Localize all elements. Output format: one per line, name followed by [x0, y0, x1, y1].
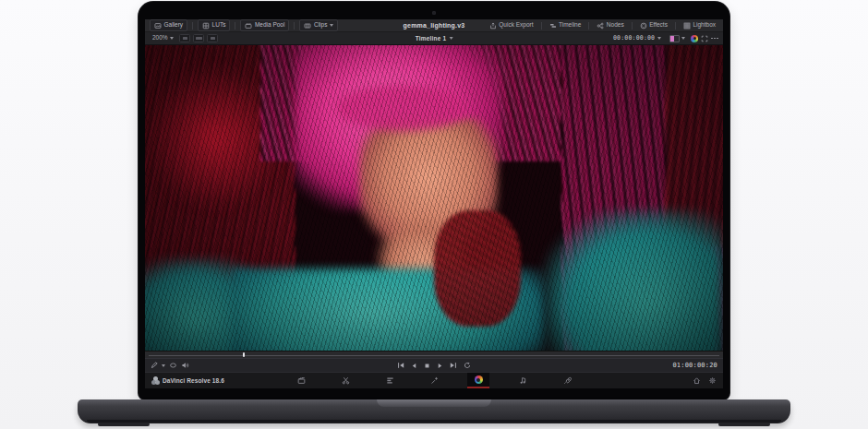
page-tab-fairlight[interactable] — [512, 373, 534, 388]
transport-controls — [397, 362, 471, 369]
step-back-button[interactable] — [411, 363, 417, 369]
fairlight-page-icon — [519, 376, 527, 385]
project-manager-button[interactable] — [693, 376, 701, 385]
color-page-icon — [475, 375, 483, 384]
viewer-split-toggle[interactable] — [179, 34, 190, 42]
base-bottom-edge — [87, 420, 781, 423]
stop-button[interactable] — [424, 363, 430, 369]
home-icon — [693, 376, 701, 385]
quick-export-button[interactable]: Quick Export — [487, 20, 536, 30]
playhead-timecode: 01:00:00:20 — [672, 362, 717, 369]
power-window-button[interactable] — [169, 362, 177, 369]
source-timecode-value: 00:00:00:00 — [613, 35, 655, 42]
play-icon — [437, 363, 443, 369]
chevron-down-icon — [449, 37, 452, 40]
page-tab-media[interactable] — [290, 373, 312, 388]
color-wheel-icon — [691, 35, 698, 42]
luts-label: LUTs — [212, 22, 226, 29]
nodes-button[interactable]: Nodes — [594, 20, 626, 30]
edit-page-icon — [386, 376, 394, 385]
effects-label: Effects — [649, 22, 668, 29]
color-boost-button[interactable] — [691, 35, 698, 42]
gallery-still-select[interactable] — [667, 33, 689, 43]
viewer-options-button[interactable] — [711, 38, 718, 40]
expand-viewer-button[interactable] — [701, 35, 708, 42]
chevron-down-icon — [162, 364, 165, 367]
chevron-down-icon — [170, 37, 174, 40]
luts-button[interactable]: LUTs — [198, 19, 230, 31]
divider — [192, 22, 193, 30]
webcam-dot — [432, 11, 436, 15]
chevron-down-icon — [681, 37, 685, 40]
stop-icon — [424, 363, 430, 369]
skip-end-icon — [450, 362, 457, 369]
project-settings-button[interactable] — [708, 376, 717, 385]
media-pool-icon — [245, 22, 252, 30]
timeline-panel-button[interactable]: Timeline — [547, 20, 585, 30]
photo-red-chain — [434, 210, 521, 327]
play-button[interactable] — [437, 363, 443, 369]
highlight-glyph — [211, 37, 215, 41]
laptop-base — [78, 399, 790, 423]
nodes-label: Nodes — [607, 22, 624, 29]
gallery-button[interactable]: Gallery — [150, 19, 187, 31]
gallery-label: Gallery — [164, 22, 184, 29]
clips-button[interactable]: Clips — [299, 19, 337, 31]
timeline-icon — [549, 22, 557, 30]
app-version-label: DaVinci Resolve 18.6 — [163, 377, 224, 384]
laptop-foot-left — [98, 423, 150, 426]
split-glyph — [183, 37, 187, 41]
source-timecode-select[interactable]: 00:00:00:00 — [610, 34, 664, 43]
viewer-highlight-toggle[interactable] — [207, 34, 218, 42]
viewer-image — [145, 45, 723, 351]
lightbox-button[interactable]: Lightbox — [681, 20, 718, 30]
page-tab-cut[interactable] — [334, 373, 356, 388]
effects-icon — [640, 22, 647, 30]
timeline-selector[interactable]: Timeline 1 — [416, 35, 453, 42]
laptop-foot-right — [718, 423, 770, 426]
viewer-zoom-select[interactable]: 200% — [150, 34, 176, 43]
divider — [541, 22, 542, 30]
go-to-last-frame-button[interactable] — [450, 362, 457, 369]
divider — [235, 22, 235, 30]
toolbar-left-group: Gallery LUTs Media Pool — [150, 19, 338, 31]
speaker-icon — [181, 362, 189, 369]
effects-button[interactable]: Effects — [637, 20, 670, 30]
timeline-panel-label: Timeline — [559, 22, 581, 29]
media-pool-label: Media Pool — [255, 22, 285, 29]
gear-icon — [708, 376, 717, 385]
toolbar-right-group: Quick Export Timeline Nodes — [487, 20, 718, 30]
viewer-header: 200% Timeline 1 00:00:00:00 — [145, 32, 723, 45]
clips-label: Clips — [314, 22, 327, 29]
quick-export-icon — [489, 22, 497, 30]
cut-page-icon — [342, 376, 350, 385]
ellipsis-icon — [711, 38, 718, 40]
page-tab-deliver[interactable] — [556, 373, 578, 388]
pen-tool-icon — [151, 362, 158, 369]
viewer-wipe-toggle[interactable] — [193, 34, 204, 42]
divider — [675, 22, 676, 30]
quick-export-label: Quick Export — [499, 22, 533, 29]
page-background: Gallery LUTs Media Pool — [0, 0, 868, 429]
skip-start-icon — [397, 362, 404, 369]
clips-icon — [304, 22, 311, 30]
page-tab-edit[interactable] — [379, 373, 401, 388]
timeline-selector-value: Timeline 1 — [416, 35, 447, 42]
divider — [294, 22, 295, 30]
page-tab-color[interactable] — [467, 373, 489, 388]
go-to-first-frame-button[interactable] — [397, 362, 404, 369]
app-branding: DaVinci Resolve 18.6 — [151, 376, 224, 385]
media-pool-button[interactable]: Media Pool — [240, 19, 289, 31]
grade-tool-button[interactable] — [151, 362, 158, 369]
scrubber-track — [149, 355, 719, 356]
divider — [632, 22, 633, 30]
transport-bar: 01:00:00:20 — [145, 358, 723, 372]
nodes-icon — [597, 22, 604, 30]
mute-button[interactable] — [181, 362, 189, 369]
loop-button[interactable] — [464, 362, 471, 369]
lightbox-icon — [683, 22, 691, 30]
fusion-page-icon — [430, 376, 439, 385]
page-tab-fusion[interactable] — [423, 373, 445, 388]
loop-icon — [464, 362, 471, 369]
timeline-scrubber[interactable] — [145, 351, 723, 358]
